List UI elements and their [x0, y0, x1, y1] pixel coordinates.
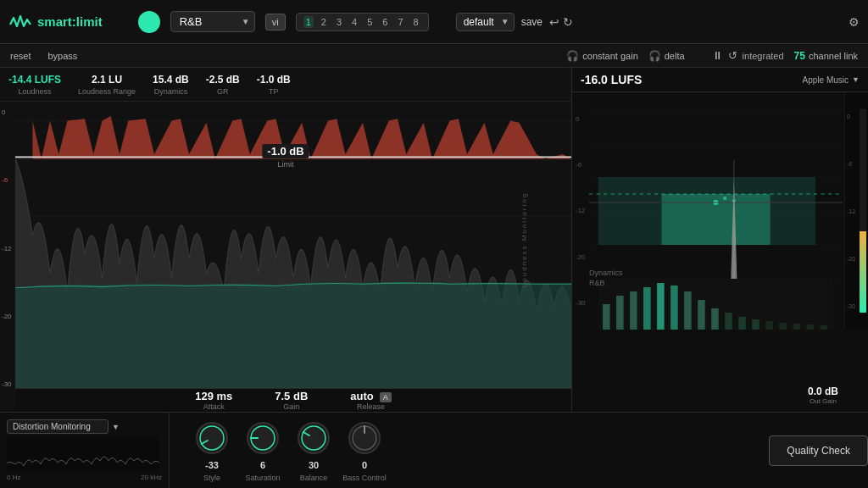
- dynamics-chart-label: Dynamics: [589, 269, 623, 277]
- reset-button[interactable]: reset: [10, 51, 31, 61]
- band-btn-7[interactable]: 7: [395, 16, 405, 28]
- preset-dropdown-container: R&B Pop Rock EDM ▼: [170, 11, 255, 32]
- release-label: Release: [350, 402, 392, 411]
- dist-dropdown-container: Distortion Monitoring ▼: [7, 419, 162, 434]
- channel-link-label[interactable]: channel link: [809, 51, 858, 61]
- delta-item: 🎧 delta: [648, 50, 685, 62]
- balance-value: 30: [309, 460, 319, 470]
- loop-button[interactable]: ↺: [728, 49, 737, 62]
- knob-style-container[interactable]: [193, 419, 231, 457]
- quality-check-button[interactable]: Quality Check: [769, 435, 868, 466]
- lufs-target-value: -16.0 LUFS: [581, 73, 642, 86]
- power-button[interactable]: [138, 11, 160, 33]
- knob-style: -33 Style: [186, 419, 237, 482]
- preset-name-container: default custom ▼ save ↩ ↻: [456, 13, 573, 31]
- logo-icon: [8, 13, 32, 31]
- playback-controls: ⏸ ↺ integrated: [712, 49, 784, 62]
- delta-label[interactable]: delta: [665, 51, 685, 61]
- svg-rect-37: [793, 324, 800, 330]
- rscale-n30: -30: [576, 299, 589, 307]
- band-btn-5[interactable]: 5: [364, 16, 375, 28]
- settings-icon[interactable]: ⚙: [849, 15, 860, 29]
- knob-bass-svg: [346, 419, 383, 457]
- meter-fill-1: [860, 231, 866, 313]
- bottom-section: Distortion Monitoring ▼ 0 Hz 20 kHz -33: [0, 412, 868, 488]
- style-label: Style: [203, 474, 220, 482]
- vi-badge[interactable]: vi: [265, 14, 286, 30]
- knob-bass-control: 0 Bass Control: [339, 419, 390, 482]
- dist-dropdown[interactable]: Distortion Monitoring: [7, 419, 108, 434]
- right-meter-strip: 0 -6 -12 -20 -30: [844, 92, 868, 330]
- main-area: -14.4 LUFS Loudness 2.1 LU Loudness Rang…: [0, 68, 868, 412]
- svg-rect-26: [643, 287, 651, 330]
- right-panel-meter: 0 -6 -12 -20 -30: [572, 92, 868, 330]
- band-btn-1[interactable]: 1: [303, 16, 314, 28]
- top-bar: smart:limit R&B Pop Rock EDM ▼ vi 1 2 3 …: [0, 0, 868, 44]
- metric-tp: -1.0 dB TP: [257, 74, 291, 96]
- rscale-n12: -12: [576, 207, 589, 214]
- bass-control-value: 0: [362, 460, 367, 470]
- right-chart-svg: [589, 92, 843, 330]
- knob-balance-container[interactable]: [295, 419, 332, 457]
- band-btn-4[interactable]: 4: [349, 16, 359, 28]
- limit-value: -1.0 dB: [262, 144, 309, 158]
- headphone-icon-2: 🎧: [648, 50, 661, 62]
- save-button[interactable]: save: [521, 16, 542, 28]
- svg-rect-33: [738, 317, 746, 330]
- loudness-range-value: 2.1 LU: [78, 74, 136, 86]
- headphone-icon-1: 🎧: [566, 50, 579, 62]
- controls-bar: reset bypass 🎧 constant gain 🎧 delta ⏸ ↺…: [0, 44, 868, 68]
- limit-line-container: -1.0 dB Limit: [262, 144, 309, 169]
- attack-value: 129 ms: [195, 390, 232, 402]
- constant-gain-label[interactable]: constant gain: [582, 51, 637, 61]
- scale-neg6: -6: [2, 176, 15, 184]
- knob-bass-container[interactable]: [346, 419, 383, 457]
- svg-rect-29: [684, 291, 692, 330]
- svg-rect-25: [630, 291, 637, 330]
- knob-saturation: 6 Saturation: [237, 419, 288, 482]
- dist-dropdown-arrow: ▼: [112, 423, 120, 431]
- scale-neg12: -12: [2, 245, 15, 252]
- saturation-value: 6: [260, 460, 265, 470]
- loudness-label: Loudness: [8, 87, 61, 96]
- gain-label: Gain: [275, 402, 308, 411]
- gain-value: 7.5 dB: [275, 390, 308, 402]
- attack-label: Attack: [195, 402, 232, 411]
- band-selector: 1 2 3 4 5 6 7 8: [296, 13, 429, 31]
- meter-bar-1: [860, 109, 866, 313]
- hz-labels: 0 Hz 20 kHz: [7, 474, 162, 481]
- db-scale-left: 0 -6 -12 -20 -30: [2, 108, 15, 388]
- knob-saturation-container[interactable]: [244, 419, 281, 457]
- hz-max-label: 20 kHz: [141, 474, 162, 481]
- metric-gr: -2.5 dB GR: [206, 74, 240, 96]
- channel-link-section: 75 channel link: [794, 50, 858, 62]
- band-btn-3[interactable]: 3: [334, 16, 344, 28]
- band-btn-6[interactable]: 6: [380, 16, 390, 28]
- params-strip: 129 ms Attack 7.5 dB Gain auto A Release: [15, 388, 571, 412]
- pause-button[interactable]: ⏸: [712, 49, 723, 62]
- profile-select[interactable]: default custom: [456, 13, 515, 31]
- undo-button[interactable]: ↩: [549, 15, 559, 29]
- band-btn-8[interactable]: 8: [411, 16, 421, 28]
- bypass-button[interactable]: bypass: [47, 51, 77, 61]
- limit-sublabel: Limit: [262, 160, 309, 169]
- undo-redo-container: ↩ ↻: [549, 15, 573, 29]
- knobs-section: -33 Style 6 Saturation: [170, 419, 752, 482]
- band-btn-2[interactable]: 2: [319, 16, 329, 28]
- redo-button[interactable]: ↻: [563, 15, 573, 29]
- svg-rect-38: [806, 324, 814, 330]
- svg-rect-23: [603, 304, 610, 330]
- svg-point-42: [200, 426, 224, 450]
- metric-dynamics: 15.4 dB Dynamics: [153, 74, 189, 96]
- preset-select[interactable]: R&B Pop Rock EDM: [170, 11, 255, 32]
- param-release: auto A Release: [350, 390, 392, 411]
- bass-control-label: Bass Control: [342, 474, 387, 482]
- svg-rect-27: [657, 283, 665, 330]
- dynamics-value: 15.4 dB: [153, 74, 189, 86]
- dynamics-label: Dynamics: [153, 87, 189, 96]
- svg-rect-31: [711, 308, 719, 330]
- distortion-waveform: [7, 437, 159, 471]
- loudness-range-label: Loudness Range: [78, 87, 136, 96]
- rscale-n6: -6: [576, 161, 589, 169]
- gr-value: -2.5 dB: [206, 74, 240, 86]
